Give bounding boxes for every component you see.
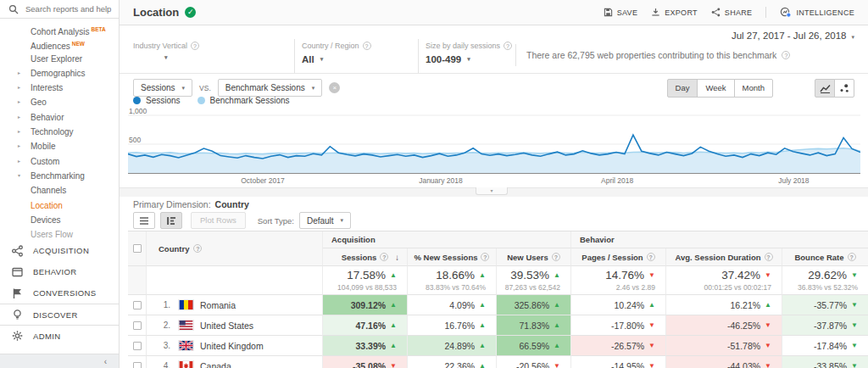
- sidebar-item-cohort-analysis[interactable]: Cohort AnalysisBETA: [0, 22, 119, 36]
- data-table-view-icon[interactable]: [133, 212, 155, 229]
- help-icon[interactable]: [191, 42, 199, 50]
- metric-cell: 4.09%▲: [408, 295, 497, 315]
- arrow-down-icon: ▼: [851, 363, 858, 368]
- column-header-new-sessions[interactable]: % New Sessions: [408, 248, 497, 266]
- sidebar-section-behavior[interactable]: BEHAVIOR: [0, 261, 119, 282]
- metric-value: -46.25%: [727, 321, 760, 331]
- sidebar-item-label: Location: [31, 201, 63, 210]
- search-input[interactable]: Search reports and help: [0, 0, 119, 19]
- metric-selector-primary[interactable]: Sessions: [133, 79, 192, 97]
- chevron-collapsed-icon: ▸: [18, 154, 20, 169]
- sort-type-selector[interactable]: Default: [299, 212, 351, 229]
- column-header-pages-session[interactable]: Pages / Session: [571, 248, 666, 266]
- legend-benchmark-sessions[interactable]: Benchmark Sessions: [198, 96, 290, 105]
- plot-rows-button[interactable]: Plot Rows: [191, 212, 246, 229]
- motion-chart-icon[interactable]: [834, 79, 854, 98]
- sidebar-section-admin[interactable]: ADMIN: [0, 325, 119, 346]
- row-index: 1.: [153, 300, 170, 309]
- sidebar-item-geo[interactable]: ▸Geo: [0, 95, 119, 109]
- line-chart-icon[interactable]: [815, 79, 835, 98]
- sidebar-item-demographics[interactable]: ▸Demographics: [0, 66, 119, 81]
- sidebar-item-custom[interactable]: ▸Custom: [0, 154, 119, 169]
- granularity-week[interactable]: Week: [697, 79, 734, 98]
- country-name: Romania: [200, 300, 236, 310]
- metric-selector-benchmark[interactable]: Benchmark Sessions: [218, 79, 322, 97]
- column-header-new-users[interactable]: New Users: [497, 248, 571, 266]
- row-checkbox-cell: [128, 336, 147, 356]
- column-header-country[interactable]: Country: [147, 231, 323, 266]
- table-row-country[interactable]: 3.United Kingdom: [147, 336, 323, 356]
- metric-value: -14.95%: [611, 361, 644, 368]
- primary-dimension-value[interactable]: Country: [215, 199, 249, 209]
- sidebar-item-benchmarking[interactable]: ▾Benchmarking: [0, 169, 119, 183]
- sidebar-item-user-explorer[interactable]: User Explorer: [0, 52, 119, 66]
- arrow-up-icon: ▲: [648, 302, 655, 309]
- row-checkbox[interactable]: [133, 321, 142, 330]
- size-by-sessions-filter[interactable]: Size by daily sessions 100-499: [418, 39, 515, 73]
- arrow-up-icon: ▲: [479, 272, 486, 279]
- help-icon[interactable]: [782, 51, 790, 59]
- arrow-down-icon: ▼: [648, 272, 655, 279]
- help-icon[interactable]: [504, 42, 512, 50]
- help-icon[interactable]: [848, 253, 856, 261]
- metric-value: -37.87%: [814, 321, 847, 331]
- metric-cell: 66.59%▲: [497, 336, 571, 356]
- sidebar-collapse-button[interactable]: ‹: [0, 354, 119, 368]
- table-row-country[interactable]: 1.Romania: [147, 295, 323, 315]
- timeseries-chart[interactable]: [128, 110, 860, 175]
- help-icon[interactable]: [363, 42, 371, 50]
- search-icon: [8, 4, 19, 14]
- sidebar-item-interests[interactable]: ▸Interests: [0, 81, 119, 95]
- sidebar-item-mobile[interactable]: ▸Mobile: [0, 139, 119, 153]
- sidebar-section-discover[interactable]: DISCOVER: [0, 304, 119, 325]
- chevron-down-icon: [164, 54, 168, 61]
- column-header-bounce-rate[interactable]: Bounce Rate: [782, 248, 868, 266]
- sidebar-item-technology[interactable]: ▸Technology: [0, 125, 119, 139]
- percentage-view-icon[interactable]: [160, 212, 182, 229]
- sidebar-item-location[interactable]: Location: [0, 198, 119, 213]
- help-icon[interactable]: [380, 253, 388, 261]
- x-axis-tick: April 2018: [601, 176, 633, 185]
- help-icon[interactable]: [765, 253, 773, 261]
- help-icon[interactable]: [481, 253, 489, 261]
- metric-value: -20.56%: [516, 361, 549, 368]
- save-button[interactable]: SAVE: [604, 8, 638, 17]
- sidebar-item-channels[interactable]: Channels: [0, 183, 119, 198]
- row-checkbox[interactable]: [133, 342, 142, 350]
- arrow-up-icon: ▲: [479, 343, 486, 349]
- granularity-month[interactable]: Month: [734, 79, 773, 98]
- share-button[interactable]: SHARE: [711, 8, 753, 17]
- intelligence-button[interactable]: INTELLIGENCE: [765, 7, 854, 18]
- sidebar-section-acquisition[interactable]: ACQUISITION: [0, 240, 119, 261]
- export-button[interactable]: EXPORT: [651, 8, 698, 17]
- sidebar-item-behavior[interactable]: ▸Behavior: [0, 110, 119, 125]
- sidebar-item-label: Mobile: [31, 142, 55, 151]
- country-region-filter[interactable]: Country / Region All: [294, 39, 418, 73]
- table-row-country[interactable]: 2.United States: [147, 315, 323, 336]
- chart-collapse-handle[interactable]: ▾: [476, 187, 508, 195]
- sidebar-item-devices[interactable]: Devices: [0, 213, 119, 227]
- row-checkbox[interactable]: [133, 362, 142, 368]
- granularity-day[interactable]: Day: [667, 79, 698, 98]
- industry-vertical-filter[interactable]: Industry Vertical: [133, 39, 294, 73]
- legend-label: Benchmark Sessions: [210, 96, 290, 105]
- summary-comparison: 87,263 vs 62,542: [505, 283, 560, 292]
- remove-metric-icon[interactable]: ×: [329, 82, 340, 93]
- discover-icon: [11, 309, 24, 321]
- sidebar-section-conversions[interactable]: CONVERSIONS: [0, 282, 119, 304]
- column-header-avg-session-duration[interactable]: Avg. Session Duration: [666, 248, 782, 266]
- column-header-label: Avg. Session Duration: [676, 253, 761, 262]
- summary-percent: 18.66%: [436, 269, 475, 282]
- summary-value: 39.53%▲: [510, 269, 560, 282]
- metric-value: -26.57%: [611, 341, 644, 351]
- legend-sessions[interactable]: Sessions: [133, 96, 181, 105]
- table-row-country[interactable]: 4.Canada: [147, 356, 323, 368]
- row-checkbox[interactable]: [133, 301, 142, 309]
- x-axis-tick: January 2018: [419, 176, 463, 185]
- help-icon[interactable]: [552, 253, 560, 261]
- sidebar-item-audiences[interactable]: AudiencesNEW: [0, 36, 119, 51]
- column-header-sessions[interactable]: Sessions↓: [323, 248, 408, 266]
- help-icon[interactable]: [193, 244, 202, 253]
- select-all-checkbox[interactable]: [133, 244, 142, 253]
- help-icon[interactable]: [647, 253, 655, 261]
